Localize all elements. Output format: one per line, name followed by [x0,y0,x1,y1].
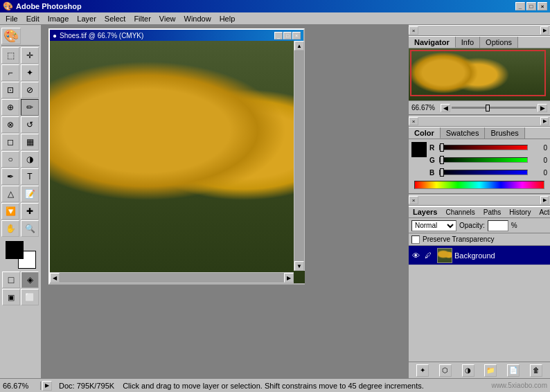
quick-mask-btn[interactable]: ◈ [21,271,39,288]
navigator-close-button[interactable]: × [409,26,418,35]
layer-background[interactable]: 👁 🖊 Background [409,246,550,265]
brush-tool[interactable]: ✏ [21,99,39,116]
zoom-in-button[interactable]: ▶ [538,104,547,112]
green-label: G [429,157,436,164]
document-scrollbar-horizontal[interactable]: ◀ ▶ [50,272,294,283]
foreground-color[interactable] [6,241,24,259]
green-value: 0 [531,157,547,164]
tab-brushes[interactable]: Brushes [485,127,524,139]
lasso-tool[interactable]: ⌐ [1,64,19,81]
standard-mode-btn[interactable]: □ [2,271,20,288]
new-adjustment-button[interactable]: ◑ [462,364,474,377]
standard-screen-btn[interactable]: ▣ [2,289,20,305]
history-brush-tool[interactable]: ↺ [21,116,39,133]
tab-options[interactable]: Options [480,37,518,48]
menu-item-window[interactable]: Window [180,14,215,24]
scroll-right-button[interactable]: ▶ [284,273,294,283]
text-tool[interactable]: T [21,168,39,185]
slice-tool[interactable]: ⊘ [21,82,39,98]
zoom-out-button[interactable]: ◀ [441,104,450,112]
scroll-down-button[interactable]: ▼ [294,261,304,271]
tab-channels[interactable]: Channels [441,207,479,217]
document-scrollbar-vertical[interactable]: ▲ ▼ [294,41,305,271]
pen-tool[interactable]: ✒ [1,168,19,185]
blue-slider-thumb[interactable] [440,168,444,177]
navigator-top-bar: × ▶ [409,25,550,36]
green-slider-thumb[interactable] [440,156,444,164]
zoom-slider-thumb[interactable] [486,105,490,112]
navigator-zoom-bar: 66.67% ◀ ▶ [409,100,550,114]
clone-tool[interactable]: ⊗ [1,116,19,133]
add-style-button[interactable]: ✦ [416,364,429,377]
blend-mode-select[interactable]: Normal Multiply Screen [411,220,456,231]
measure-tool[interactable]: ✚ [21,203,39,220]
dodge-tool[interactable]: ◑ [21,151,39,168]
status-arrow-button[interactable]: ▶ [42,381,52,391]
heal-tool[interactable]: ⊕ [1,99,19,116]
close-button[interactable]: × [538,2,547,10]
navigator-thumbnail [409,48,550,100]
red-slider[interactable] [439,145,528,150]
color-close-button[interactable]: × [409,117,418,125]
doc-maximize-button[interactable]: □ [283,32,292,39]
minimize-button[interactable]: _ [515,2,525,10]
menu-item-file[interactable]: File [1,14,22,24]
move-tool[interactable]: ✛ [21,47,39,64]
doc-window-controls: _ □ × [274,32,301,39]
navigator-panel: × ▶ Navigator Info Options 66.67% ◀ ▶ [409,25,550,116]
zoom-slider[interactable] [452,107,536,109]
layer-visibility-icon[interactable]: 👁 [410,250,421,261]
tab-paths[interactable]: Paths [479,207,506,217]
status-doc-size: Doc: 795K/795K [53,382,120,390]
shoe-image [50,41,305,283]
layers-close-button[interactable]: × [409,196,418,204]
tab-color[interactable]: Color [409,127,441,139]
tab-layers[interactable]: Layers [409,207,441,217]
red-slider-thumb[interactable] [440,143,444,152]
menu-item-layer[interactable]: Layer [73,14,100,24]
menu-item-edit[interactable]: Edit [22,14,44,24]
tab-swatches[interactable]: Swatches [441,127,486,139]
tab-info[interactable]: Info [456,37,480,48]
blur-tool[interactable]: ○ [1,151,19,168]
blue-slider[interactable] [439,170,528,175]
magic-wand-tool[interactable]: ✦ [21,64,39,81]
hand-tool[interactable]: ✋ [1,220,19,237]
tab-navigator[interactable]: Navigator [409,37,456,48]
color-more-button[interactable]: ▶ [540,117,549,125]
menu-item-view[interactable]: View [155,14,180,24]
delete-layer-button[interactable]: 🗑 [530,364,542,377]
doc-close-button[interactable]: × [292,32,301,39]
spectrum-bar[interactable] [414,181,544,189]
menu-item-image[interactable]: Image [44,14,73,24]
doc-minimize-button[interactable]: _ [274,32,283,39]
notes-tool[interactable]: 📝 [21,186,39,202]
scroll-up-button[interactable]: ▲ [294,41,304,51]
gradient-tool[interactable]: ▦ [21,134,39,150]
new-layer-button[interactable]: 📄 [507,364,520,377]
eyedropper-tool[interactable]: 🔽 [1,203,19,220]
tab-actions[interactable]: Actions [535,207,550,217]
eraser-tool[interactable]: ◻ [1,134,19,150]
new-folder-button[interactable]: 📁 [484,364,497,377]
maximize-button[interactable]: □ [526,2,536,10]
menu-item-select[interactable]: Select [100,14,130,24]
color-preview-swatch[interactable] [411,142,427,157]
navigator-more-button[interactable]: ▶ [540,26,549,35]
menu-item-help[interactable]: Help [215,14,240,24]
layer-name: Background [454,251,549,260]
full-screen-btn[interactable]: ⬜ [21,289,39,305]
add-mask-button[interactable]: ⬡ [439,364,452,377]
document-canvas[interactable] [50,41,305,283]
zoom-tool[interactable]: 🔍 [21,220,39,237]
layers-more-button[interactable]: ▶ [540,196,549,204]
marquee-tool[interactable]: ⬚ [1,47,19,64]
crop-tool[interactable]: ⊡ [1,82,19,98]
preserve-checkbox[interactable] [411,235,420,244]
menu-item-filter[interactable]: Filter [130,14,154,24]
green-slider[interactable] [439,157,528,163]
tab-history[interactable]: History [505,207,535,217]
shape-tool[interactable]: △ [1,186,19,202]
opacity-input[interactable] [488,220,508,231]
scroll-left-button[interactable]: ◀ [50,273,60,283]
